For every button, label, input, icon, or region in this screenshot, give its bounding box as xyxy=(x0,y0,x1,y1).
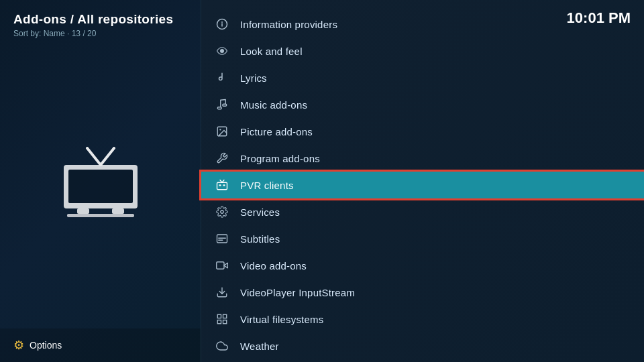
svg-rect-26 xyxy=(223,320,227,324)
svg-rect-23 xyxy=(217,314,221,318)
menu-item-label-pvr-clients: PVR clients xyxy=(240,180,294,191)
svg-rect-17 xyxy=(217,235,227,243)
download-icon xyxy=(215,285,229,300)
menu-item-music-addons[interactable]: Music add-ons xyxy=(201,91,644,118)
services-icon xyxy=(215,204,229,219)
options-icon: ⚙ xyxy=(13,338,24,353)
menu-item-virtual-filesystems[interactable]: Virtual filesystems xyxy=(201,306,644,333)
menu-item-label-video-addons: Video add-ons xyxy=(240,260,307,272)
menu-item-program-addons[interactable]: Program add-ons xyxy=(201,145,644,172)
header-title: Add-ons / All repositories xyxy=(13,12,187,27)
menu-item-information-providers[interactable]: Information providers xyxy=(201,11,644,38)
options-bar[interactable]: ⚙ Options xyxy=(0,328,201,362)
svg-line-0 xyxy=(87,148,101,165)
svg-rect-25 xyxy=(217,320,221,324)
svg-line-1 xyxy=(101,148,114,165)
tv-icon-container xyxy=(0,44,201,362)
virtual-icon xyxy=(215,312,229,326)
menu-item-label-information-providers: Information providers xyxy=(240,19,337,30)
svg-marker-20 xyxy=(224,263,227,268)
menu-item-subtitles[interactable]: Subtitles xyxy=(201,225,644,252)
menu-item-video-addons[interactable]: Video add-ons xyxy=(201,252,644,279)
menu-item-lyrics[interactable]: Lyrics xyxy=(201,64,644,91)
svg-rect-5 xyxy=(112,208,124,214)
look-icon xyxy=(215,44,229,58)
program-icon xyxy=(215,151,229,166)
lyrics-icon xyxy=(215,70,229,85)
menu-item-label-program-addons: Program add-ons xyxy=(240,153,320,164)
info-icon xyxy=(215,17,229,32)
header-subtitle: Sort by: Name · 13 / 20 xyxy=(13,29,187,38)
menu-item-services[interactable]: Services xyxy=(201,198,644,225)
svg-point-12 xyxy=(219,129,221,130)
picture-icon xyxy=(215,124,229,139)
menu-item-label-lyrics: Lyrics xyxy=(240,72,267,84)
menu-item-videoplayer-inputstream[interactable]: VideoPlayer InputStream xyxy=(201,279,644,306)
svg-rect-13 xyxy=(217,182,227,190)
header: Add-ons / All repositories Sort by: Name… xyxy=(0,0,201,44)
tv-icon xyxy=(54,141,148,225)
svg-rect-15 xyxy=(223,184,225,186)
svg-point-10 xyxy=(220,49,224,53)
menu-item-web-interface[interactable]: Web interface xyxy=(201,359,644,362)
svg-rect-4 xyxy=(77,208,89,214)
svg-rect-6 xyxy=(67,214,134,217)
menu-item-label-music-addons: Music add-ons xyxy=(240,99,307,111)
left-panel: Add-ons / All repositories Sort by: Name… xyxy=(0,0,201,362)
svg-rect-21 xyxy=(217,262,224,269)
menu-item-label-videoplayer-inputstream: VideoPlayer InputStream xyxy=(240,287,355,298)
menu-item-label-virtual-filesystems: Virtual filesystems xyxy=(240,314,323,325)
menu-item-picture-addons[interactable]: Picture add-ons xyxy=(201,118,644,145)
menu-item-label-services: Services xyxy=(240,206,280,218)
weather-icon xyxy=(215,339,229,353)
menu-item-look-and-feel[interactable]: Look and feel xyxy=(201,38,644,64)
menu-item-label-subtitles: Subtitles xyxy=(240,233,280,245)
menu-item-label-picture-addons: Picture add-ons xyxy=(240,126,313,137)
options-label: Options xyxy=(30,340,62,351)
menu-item-weather[interactable]: Weather xyxy=(201,333,644,359)
svg-rect-24 xyxy=(223,314,227,318)
music-icon xyxy=(215,97,229,112)
pvr-icon xyxy=(215,178,229,192)
svg-rect-14 xyxy=(219,184,221,186)
video-icon xyxy=(215,258,229,273)
right-panel: 10:01 PM Information providersLook and f… xyxy=(201,0,644,362)
menu-item-label-look-and-feel: Look and feel xyxy=(240,46,303,57)
menu-item-pvr-clients[interactable]: PVR clients xyxy=(201,172,644,198)
menu-item-label-weather: Weather xyxy=(240,341,279,352)
svg-point-16 xyxy=(221,210,224,214)
menu-list: Information providersLook and feelLyrics… xyxy=(201,7,644,362)
subtitles-icon xyxy=(215,231,229,246)
svg-rect-3 xyxy=(68,170,133,203)
